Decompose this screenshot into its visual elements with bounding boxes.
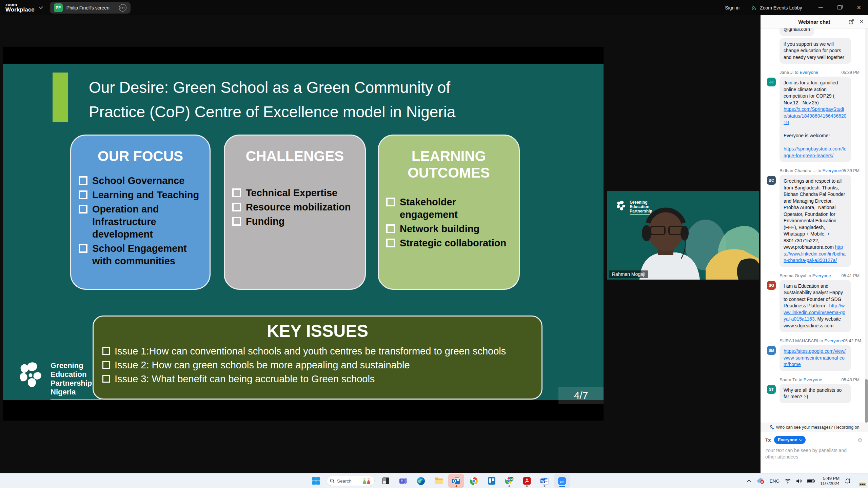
checklist-item: Network building [386, 223, 514, 235]
chat-message-row: @gmail.com [767, 28, 860, 36]
chat-message-row: SMhttps://sites.google.com/view/www-sumr… [767, 345, 860, 371]
checklist-item: Technical Expertise [232, 187, 360, 199]
chat-message-bubble: I am a Education and Sustainability anal… [780, 280, 851, 332]
taskbar-app-trello[interactable] [484, 474, 499, 488]
taskbar-clock[interactable]: 5:49 PM 11/7/2024 [820, 476, 840, 486]
chat-privacy-notice[interactable]: Who can see your messages? Recording on [761, 423, 868, 432]
acrobat-icon [523, 477, 531, 485]
chat-close-icon[interactable]: ✕ [859, 19, 864, 25]
taskbar-app-outlook[interactable] [448, 474, 464, 488]
start-button[interactable] [309, 474, 323, 488]
screen-share-tab[interactable]: PF Philip Finell's screen ••• [50, 2, 131, 14]
chat-message-link[interactable]: https://www.linkedin.com/in/bidhan-chand… [784, 244, 846, 263]
close-button[interactable]: ✕ [857, 4, 861, 11]
chat-message-time: 05:39 PM [841, 168, 860, 173]
zoom-logo-text: zoom [5, 2, 35, 7]
copilot-pre-badge: PRE [859, 483, 866, 486]
pop-out-icon[interactable] [849, 19, 854, 24]
chat-message-link[interactable]: http://www.linkedin.com/in/seema-goyal-a… [784, 303, 845, 322]
checklist-item-text: Stakeholder engagement [400, 196, 514, 221]
chat-message-row: JJJoin us for a fun, gamified online cli… [767, 77, 860, 162]
chat-scrollbar-thumb[interactable] [865, 379, 868, 423]
sign-in-button[interactable]: Sign in [725, 5, 739, 11]
emoji-picker-icon[interactable]: ☺ [857, 436, 863, 444]
tray-chevron-up-icon[interactable] [747, 480, 751, 483]
taskbar-app-zoom[interactable]: zm [554, 474, 570, 488]
key-issues-items: Issue 1:How can conventional schools and… [102, 345, 541, 385]
wifi-icon[interactable] [785, 479, 791, 484]
chat-message-link[interactable]: https://x.com/SpringbayStudio/status/184… [784, 106, 846, 125]
chat-sender-name: SURAJ MAHABARI [780, 338, 818, 343]
chat-message-row: if you support us we will change educati… [767, 38, 860, 64]
recipient-selector[interactable]: Everyone [774, 436, 805, 444]
edge-icon [417, 477, 425, 485]
slide-page-indicator: 4/7 [558, 387, 604, 404]
taskbar-app-word[interactable]: W [536, 474, 552, 488]
chat-message-bubble: Join us for a fun, gamified online clima… [780, 77, 851, 162]
checkbox-icon [386, 224, 395, 233]
restore-icon [837, 4, 843, 9]
chat-input-placeholder[interactable]: Your text can be seen by panelists and o… [765, 447, 850, 460]
chat-message-time: 05:42 PM [843, 339, 861, 343]
language-indicator[interactable]: ENG [770, 479, 780, 484]
file-explorer-icon [434, 477, 443, 485]
checklist-item-text: Issue 2: How can green schools be more a… [115, 359, 410, 371]
taskbar-app-unknown-dark[interactable] [378, 474, 394, 488]
chat-to-text: to [818, 338, 824, 343]
volume-icon[interactable] [796, 479, 802, 484]
copilot-button[interactable]: PRE [856, 476, 865, 485]
chat-composer[interactable]: To: Everyone ☺ Your text can be seen by … [761, 432, 868, 473]
taskbar-app-file-explorer[interactable] [431, 474, 447, 488]
chat-message-link[interactable]: https://springbaystudio.com/league-for-g… [784, 146, 846, 158]
broadcast-icon [751, 5, 757, 11]
windows-taskbar: Search [0, 473, 868, 488]
chat-message-link[interactable]: https://sites.google.com/view/www-sumris… [784, 348, 846, 367]
privacy-notice-text: Who can see your messages? Recording on [776, 425, 860, 430]
battery-icon[interactable] [807, 479, 815, 483]
participant-video-tile[interactable]: Greening Education Partnership Rahman Mo… [607, 191, 759, 280]
taskbar-app-acrobat[interactable] [519, 474, 535, 488]
chat-avatar: JJ [767, 78, 776, 86]
taskbar-app-chrome-meet-profile[interactable]: M [501, 474, 517, 488]
checklist-item-text: Funding [246, 215, 284, 228]
svg-text:zm: zm [560, 479, 564, 483]
taskbar-app-teams[interactable] [395, 474, 411, 488]
chat-sender-name: Bidhan Chandra ... [780, 168, 816, 173]
restore-button[interactable] [837, 4, 843, 11]
zoom-events-lobby-button[interactable]: Zoom Events Lobby [751, 5, 802, 11]
taskbar-app-edge[interactable] [413, 474, 429, 488]
chat-recipient-link[interactable]: Everyone [824, 338, 843, 343]
tab-more-options-icon[interactable]: ••• [119, 4, 126, 12]
checkbox-icon [79, 244, 87, 253]
svg-text:W: W [541, 479, 545, 483]
learning-outcomes-box-title: LEARNING OUTCOMES [379, 148, 519, 181]
chat-header: Webinar chat ✕ [761, 15, 868, 28]
taskbar-search-box[interactable]: Search [327, 476, 375, 486]
slide-title: Our Desire: Green School as a Green Comm… [89, 75, 587, 124]
onedrive-error-icon[interactable] [756, 478, 765, 484]
key-issues-title: KEY ISSUES [94, 321, 541, 341]
chat-message-list[interactable]: @gmail.comif you support us we will chan… [761, 28, 868, 423]
challenges-box: CHALLENGES Technical ExpertiseResource m… [224, 135, 366, 290]
chat-avatar: SM [767, 346, 776, 355]
chat-recipient-link[interactable]: Everyone [812, 273, 831, 278]
chat-avatar: ST [767, 385, 776, 394]
chat-scrollbar-track[interactable] [865, 28, 868, 423]
chat-recipient-link[interactable]: Everyone [822, 168, 841, 173]
checklist-item: School Engagement with communities [79, 242, 205, 267]
notification-bell-icon[interactable]: z [845, 478, 851, 484]
workspace-chevron-down-icon[interactable] [39, 5, 43, 9]
chat-message-header: Bidhan Chandra ... to Everyone05:39 PM [780, 168, 860, 173]
chat-message-time: 05:43 PM [841, 378, 860, 382]
checkbox-icon [79, 190, 87, 199]
minimize-button[interactable] [818, 7, 823, 8]
challenges-box-items: Technical ExpertiseResource mobilization… [225, 187, 365, 228]
chat-recipient-link[interactable]: Everyone [800, 70, 818, 75]
chat-recipient-link[interactable]: Everyone [804, 377, 822, 382]
focus-box: OUR FOCUS School GovernanceLearning and … [70, 135, 211, 290]
lobby-label: Zoom Events Lobby [760, 5, 802, 11]
checklist-item: Issue 2: How can green schools be more a… [102, 359, 541, 371]
chat-message-bubble: Why are all the panelists so far men? :-… [780, 384, 851, 403]
word-icon: W [540, 476, 549, 485]
taskbar-app-chrome[interactable] [466, 474, 482, 488]
